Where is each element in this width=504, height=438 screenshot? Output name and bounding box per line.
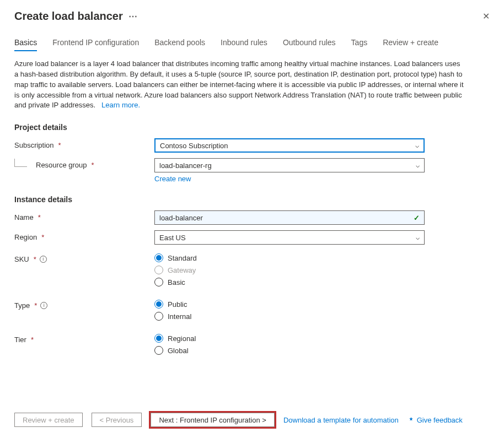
type-radio-group: Public Internal [154, 299, 425, 321]
create-new-link[interactable]: Create new [154, 175, 191, 183]
resource-group-label: Resource group [36, 161, 87, 169]
tab-inbound-rules[interactable]: Inbound rules [221, 38, 267, 51]
required-marker: * [58, 141, 61, 149]
name-label: Name [14, 213, 34, 221]
tier-option-regional[interactable]: Regional [154, 334, 425, 343]
required-marker: * [34, 255, 36, 263]
tab-strip: Basics Frontend IP configuration Backend… [0, 25, 504, 51]
sku-label: SKU [14, 255, 29, 263]
resource-group-select[interactable]: load-balancer-rg ⌵ [154, 158, 425, 172]
radio-label: Basic [168, 278, 185, 286]
subscription-label: Subscription [14, 141, 54, 149]
tier-radio-group: Regional Global [154, 333, 425, 355]
page-title: Create load balancer [14, 10, 123, 23]
description-body: Azure load balancer is a layer 4 load ba… [14, 60, 464, 109]
section-project-details: Project details [14, 123, 465, 132]
info-icon[interactable]: i [40, 256, 47, 263]
radio-label: Public [168, 300, 187, 309]
type-option-internal[interactable]: Internal [154, 312, 425, 321]
give-feedback-link[interactable]: Give feedback [408, 416, 463, 424]
sku-option-standard[interactable]: Standard [154, 253, 425, 262]
valid-icon: ✓ [414, 214, 420, 222]
region-value: East US [159, 234, 186, 242]
tab-tags[interactable]: Tags [351, 38, 368, 51]
radio-label: Internal [168, 312, 191, 321]
previous-button[interactable]: < Previous [92, 413, 142, 427]
radio-label: Standard [168, 254, 197, 262]
radio-label: Global [168, 347, 189, 355]
chevron-down-icon: ⌵ [416, 234, 420, 241]
subscription-value: Contoso Subscription [160, 142, 228, 150]
required-marker: * [31, 336, 34, 344]
resource-group-value: load-balancer-rg [159, 161, 212, 170]
chevron-down-icon: ⌵ [416, 161, 420, 169]
info-icon[interactable]: i [40, 302, 47, 309]
learn-more-link[interactable]: Learn more. [101, 101, 140, 109]
name-input[interactable]: load-balancer ✓ [154, 210, 425, 225]
required-marker: * [41, 233, 44, 241]
tier-option-global[interactable]: Global [154, 346, 425, 355]
next-button[interactable]: Next : Frontend IP configuration > [151, 413, 275, 427]
name-value: load-balancer [159, 214, 203, 222]
subscription-select[interactable]: Contoso Subscription ⌵ [154, 138, 425, 153]
more-actions-icon[interactable]: ⋯ [128, 11, 138, 21]
review-create-button[interactable]: Review + create [14, 413, 83, 427]
tab-outbound-rules[interactable]: Outbound rules [283, 38, 336, 51]
feedback-label: Give feedback [417, 416, 463, 424]
required-marker: * [38, 213, 41, 221]
tab-backend-pools[interactable]: Backend pools [154, 38, 205, 51]
required-marker: * [34, 301, 37, 310]
radio-label: Regional [168, 334, 196, 343]
tab-review-create[interactable]: Review + create [383, 38, 438, 51]
type-label: Type [14, 301, 30, 310]
type-option-public[interactable]: Public [154, 300, 425, 309]
sku-option-basic[interactable]: Basic [154, 278, 425, 286]
close-icon[interactable]: ✕ [482, 11, 490, 21]
description-text: Azure load balancer is a layer 4 load ba… [14, 59, 465, 111]
region-label: Region [14, 233, 37, 241]
tier-label: Tier [14, 336, 26, 344]
sku-option-gateway: Gateway [154, 266, 425, 274]
feedback-icon [408, 417, 415, 424]
tab-basics[interactable]: Basics [14, 38, 37, 51]
sku-radio-group: Standard Gateway Basic [154, 252, 425, 286]
chevron-down-icon: ⌵ [415, 142, 419, 149]
radio-label: Gateway [168, 266, 196, 274]
section-instance-details: Instance details [14, 195, 465, 204]
required-marker: * [92, 161, 94, 169]
download-template-link[interactable]: Download a template for automation [283, 416, 399, 424]
region-select[interactable]: East US ⌵ [154, 230, 425, 245]
tab-frontend-ip[interactable]: Frontend IP configuration [52, 38, 139, 51]
